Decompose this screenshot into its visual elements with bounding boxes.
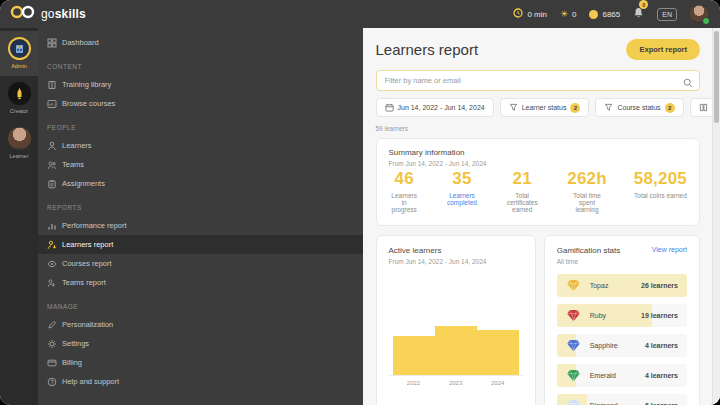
search-input[interactable] (376, 70, 701, 91)
stat-value: 58,205 (634, 169, 687, 189)
topaz-gem-icon (566, 279, 581, 292)
date-range-filter[interactable]: Jun 14, 2022 - Jun 14, 2024 (376, 98, 494, 117)
vertical-scrollbar (712, 28, 720, 405)
sidebar-nav: Dashboard CONTENT Training library Brows… (38, 28, 363, 405)
nav-section-manage: MANAGE (38, 300, 363, 313)
language-selector[interactable]: EN (657, 8, 677, 21)
help-icon (47, 377, 57, 387)
bar-2024 (477, 330, 519, 375)
courses-report-icon (47, 259, 57, 269)
logo-go: go (41, 7, 55, 21)
library-icon (699, 103, 708, 113)
x-axis-labels: 2022 2023 2024 (389, 380, 523, 386)
sidebar-item-label: Browse courses (62, 99, 115, 108)
nav-section-reports: REPORTS (38, 201, 363, 214)
sidebar-item-learners-report[interactable]: Learners report (38, 235, 363, 254)
sidebar-item-training-library[interactable]: Training library (38, 75, 363, 94)
sidebar-item-learners[interactable]: Learners (38, 136, 363, 155)
ruby-gem-icon (566, 309, 581, 322)
stat-value: 262h (567, 169, 607, 189)
gem-name: Topaz (590, 282, 641, 289)
sidebar-item-billing[interactable]: Billing (38, 353, 363, 372)
gem-row-diamond: Diamond 6 learners (557, 394, 687, 405)
nav-section-content: CONTENT (38, 60, 363, 73)
stat-label: Total coins earned (634, 192, 687, 199)
dashboard-icon (47, 38, 57, 48)
sidebar-item-label: Courses report (62, 259, 112, 268)
sidebar-item-personalization[interactable]: Personalization (38, 315, 363, 334)
gem-count: 4 learners (645, 372, 678, 379)
performance-report-icon (47, 221, 57, 231)
sidebar-item-help-support[interactable]: Help and support (38, 372, 363, 391)
notifications-button[interactable]: 0 (633, 5, 644, 23)
sidebar-item-assignments[interactable]: Assignments (38, 174, 363, 193)
sidebar-item-browse-courses[interactable]: Browse courses (38, 94, 363, 113)
filter-icon (604, 103, 613, 113)
gamification-header: Gamification stats All time View report (557, 246, 687, 265)
rail-label-admin: Admin (11, 63, 27, 69)
learners-report-icon (47, 240, 57, 250)
summary-title: Summary information (389, 148, 688, 157)
rail-item-admin[interactable]: Admin (0, 31, 38, 76)
summary-stats: 46 Learners in progress 35 Learners comp… (389, 169, 688, 213)
goskills-infinity-icon (10, 5, 36, 23)
chart-title: Active learners (389, 246, 523, 255)
summary-card: Summary information From Jun 14, 2022 - … (376, 138, 701, 226)
filter-badge: 2 (570, 103, 580, 113)
stat-value: 35 (447, 169, 477, 189)
rail-item-learner[interactable]: Learner (0, 121, 38, 166)
sidebar-item-label: Personalization (62, 320, 113, 329)
sidebar-item-teams[interactable]: Teams (38, 155, 363, 174)
learning-time-value: 0 min (527, 10, 547, 19)
sun-icon: ☀ (560, 10, 568, 19)
notifications-badge: 0 (639, 0, 648, 9)
stat-value: 21 (504, 169, 540, 189)
stat-value: 46 (389, 169, 420, 189)
bottom-cards: Active learners From Jun 14, 2022 - Jun … (376, 235, 701, 405)
diamond-gem-icon (566, 399, 581, 405)
learner-status-filter[interactable]: Learner status 2 (500, 98, 590, 117)
app-shell: Admin Creator Learner Dashboard CONTENT (0, 28, 720, 405)
filter-row: Jun 14, 2022 - Jun 14, 2024 Learner stat… (376, 98, 701, 117)
scrollbar-thumb[interactable] (714, 31, 719, 123)
sidebar-item-settings[interactable]: Settings (38, 334, 363, 353)
emerald-gem-icon (566, 369, 581, 382)
view-report-link[interactable]: View report (652, 246, 687, 253)
daily-streak-value: 0 (572, 10, 576, 19)
sidebar-item-label: Learners (62, 141, 92, 150)
browse-courses-icon (47, 99, 57, 109)
personalization-icon (47, 320, 57, 330)
bar-chart (389, 279, 523, 376)
sapphire-gem-icon (566, 339, 581, 352)
sidebar-item-teams-report[interactable]: Teams report (38, 273, 363, 292)
goskills-logo[interactable]: goskills (10, 5, 86, 23)
coins-stat[interactable]: 6865 (589, 10, 620, 19)
course-status-filter[interactable]: Course status 2 (595, 98, 683, 117)
stat-label-link[interactable]: Learners completed (447, 192, 477, 206)
admin-role-icon (8, 37, 31, 60)
gamification-rows: Topaz 26 learners Ruby 19 learners (557, 274, 687, 405)
sidebar-item-courses-report[interactable]: Courses report (38, 254, 363, 273)
page-header: Learners report Export report (376, 39, 701, 60)
stat-coins-earned: 58,205 Total coins earned (634, 169, 687, 213)
logo-skills: skills (55, 7, 86, 21)
sidebar-item-performance-report[interactable]: Performance report (38, 216, 363, 235)
stat-certificates-earned: 21 Total certificates earned (504, 169, 540, 213)
bar-2023 (435, 326, 477, 375)
gem-name: Sapphire (590, 342, 645, 349)
sidebar-item-label: Teams report (62, 278, 106, 287)
user-avatar[interactable] (690, 5, 708, 23)
gem-row-emerald: Emerald 4 learners (557, 364, 687, 387)
gem-row-ruby: Ruby 19 learners (557, 304, 687, 327)
sidebar-item-dashboard[interactable]: Dashboard (38, 33, 363, 52)
export-report-button[interactable]: Export report (626, 39, 700, 60)
rail-item-creator[interactable]: Creator (0, 76, 38, 121)
sidebar-item-label: Performance report (62, 221, 127, 230)
daily-streak-stat[interactable]: ☀ 0 (560, 10, 577, 19)
nav-section-people: PEOPLE (38, 121, 363, 134)
gem-count: 26 learners (641, 282, 678, 289)
date-range-value: Jun 14, 2022 - Jun 14, 2024 (398, 104, 485, 111)
learning-time-stat[interactable]: 0 min (513, 8, 547, 20)
x-tick: 2024 (477, 380, 519, 386)
filter-label: Course status (617, 104, 660, 111)
